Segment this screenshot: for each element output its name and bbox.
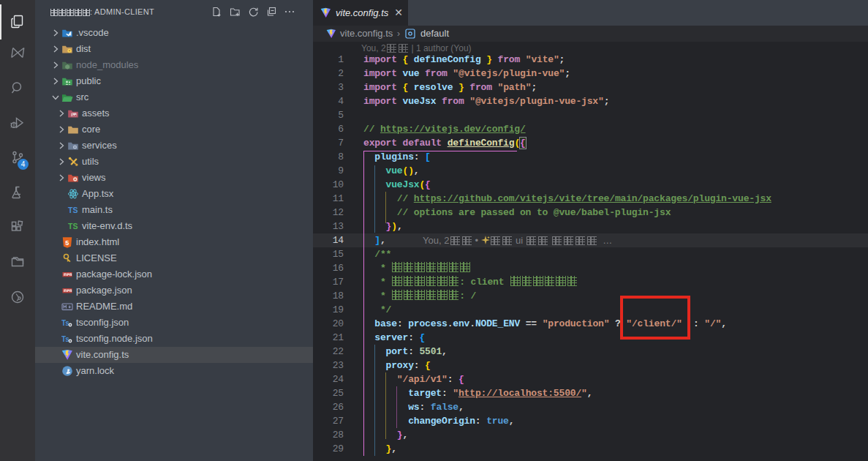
svg-text:Ts: Ts bbox=[61, 319, 69, 327]
svg-text:TS: TS bbox=[68, 222, 78, 230]
svg-text:5: 5 bbox=[65, 239, 69, 247]
svg-text:TS: TS bbox=[68, 206, 78, 214]
svg-text:Ts: Ts bbox=[61, 335, 69, 343]
